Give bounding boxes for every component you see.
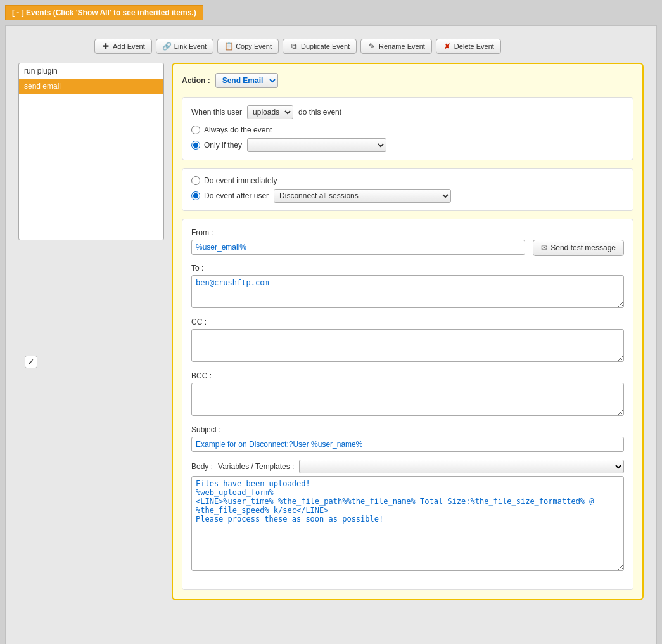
always-radio[interactable]: [191, 126, 200, 134]
checkbox-container: ✓: [25, 356, 37, 368]
body-input[interactable]: [191, 476, 624, 571]
event-item-run-plugin[interactable]: run plugin: [19, 63, 163, 79]
to-field-row: To :: [191, 264, 624, 310]
always-label: Always do the event: [204, 126, 272, 134]
email-section: From : ✉ Send test message To :: [182, 219, 633, 590]
cc-label: CC :: [191, 318, 624, 326]
only-if-radio[interactable]: [191, 141, 200, 150]
from-row: From : ✉ Send test message: [191, 228, 624, 256]
subject-field-row: Subject :: [191, 425, 624, 452]
timing-section: Do event immediately Do event after user…: [182, 168, 633, 211]
duplicate-event-button[interactable]: ⧉ Duplicate Event: [283, 39, 357, 54]
bcc-label: BCC :: [191, 371, 624, 380]
after-user-row: Do event after user Disconnect all sessi…: [191, 189, 624, 203]
cc-input[interactable]: [191, 329, 624, 362]
left-panel: run plugin send email: [18, 63, 164, 600]
always-radio-row: Always do the event: [191, 126, 624, 134]
immediately-radio[interactable]: [191, 176, 200, 185]
copy-event-button[interactable]: 📋 Copy Event: [217, 39, 279, 54]
subject-input[interactable]: [191, 437, 624, 452]
checkbox[interactable]: ✓: [25, 356, 37, 368]
delete-event-button[interactable]: ✘ Delete Event: [436, 39, 501, 54]
cc-field-row: CC :: [191, 318, 624, 364]
rename-icon: ✎: [367, 42, 376, 51]
link-event-button[interactable]: 🔗 Link Event: [156, 39, 213, 54]
after-user-label: Do event after user: [204, 191, 269, 200]
copy-icon: 📋: [224, 42, 233, 51]
immediately-label: Do event immediately: [204, 176, 277, 185]
only-if-label: Only if they: [204, 141, 242, 150]
email-icon: ✉: [541, 243, 547, 252]
duplicate-icon: ⧉: [290, 42, 298, 51]
toolbar: ✚ Add Event 🔗 Link Event 📋 Copy Event ⧉ …: [94, 39, 644, 54]
right-panel: Action : Send Email When this user uploa…: [172, 63, 644, 600]
checkmark-icon: ✓: [27, 357, 35, 367]
action-row: Action : Send Email: [182, 73, 633, 88]
event-list: run plugin send email: [18, 63, 164, 240]
trigger-select[interactable]: uploads: [247, 105, 293, 119]
link-icon: 🔗: [163, 42, 172, 51]
when-user-row: When this user uploads do this event: [191, 105, 624, 119]
subject-label: Subject :: [191, 425, 624, 434]
from-field-wrap: From :: [191, 228, 525, 255]
vars-label: Variables / Templates :: [218, 462, 294, 471]
event-item-send-email[interactable]: send email: [19, 79, 163, 94]
immediately-row: Do event immediately: [191, 176, 624, 185]
vars-select[interactable]: [299, 460, 624, 473]
after-user-select[interactable]: Disconnect all sessions: [274, 189, 451, 203]
add-icon: ✚: [101, 42, 110, 51]
from-label: From :: [191, 228, 525, 237]
header-bar: [ - ] Events (Click 'Show All' to see in…: [5, 5, 203, 20]
delete-icon: ✘: [443, 42, 452, 51]
from-input[interactable]: [191, 240, 525, 255]
when-suffix: do this event: [298, 108, 341, 117]
header-label: [ - ] Events (Click 'Show All' to see in…: [12, 8, 196, 17]
only-if-select[interactable]: [247, 138, 386, 152]
only-if-radio-row: Only if they: [191, 138, 624, 152]
body-field-row: Body : Variables / Templates :: [191, 460, 624, 573]
after-user-radio[interactable]: [191, 191, 200, 200]
body-label: Body :: [191, 462, 213, 471]
bcc-field-row: BCC :: [191, 371, 624, 418]
send-test-button[interactable]: ✉ Send test message: [533, 240, 624, 256]
action-label: Action :: [182, 76, 210, 85]
when-prefix: When this user: [191, 108, 242, 117]
rename-event-button[interactable]: ✎ Rename Event: [360, 39, 432, 54]
to-label: To :: [191, 264, 624, 273]
add-event-button[interactable]: ✚ Add Event: [94, 39, 152, 54]
action-select[interactable]: Send Email: [215, 73, 278, 88]
bcc-input[interactable]: [191, 383, 624, 416]
main-container: ✚ Add Event 🔗 Link Event 📋 Copy Event ⧉ …: [5, 25, 657, 644]
to-input[interactable]: [191, 275, 624, 308]
when-section: When this user uploads do this event Alw…: [182, 97, 633, 160]
body-header-row: Body : Variables / Templates :: [191, 460, 624, 473]
